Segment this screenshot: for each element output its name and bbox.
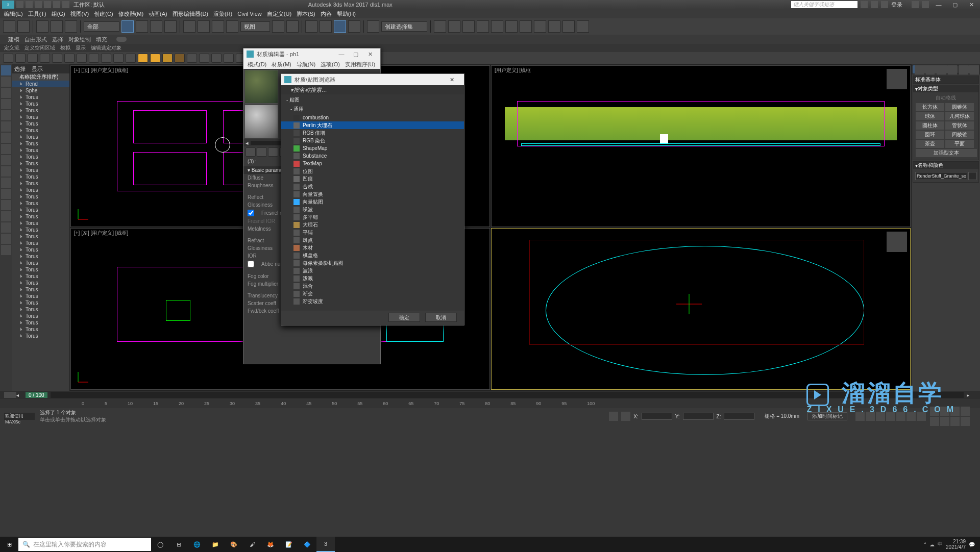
tray-date[interactable]: 2021/4/7 (946, 544, 966, 550)
scene-item[interactable]: Torus (12, 286, 69, 293)
timeline-next-icon[interactable]: ▸ (967, 392, 976, 398)
tray-chevron-icon[interactable]: ˄ (924, 542, 926, 547)
menu-graph[interactable]: 图形编辑器(D) (173, 10, 208, 18)
align-button[interactable] (448, 20, 460, 33)
scene-item[interactable]: Torus (12, 326, 69, 333)
select-region-button[interactable] (150, 20, 162, 33)
scene-item[interactable]: Torus (12, 266, 69, 273)
scene-item[interactable]: Torus (12, 246, 69, 253)
se-select-tab[interactable]: 选择 (14, 65, 26, 73)
menu-edit[interactable]: 编辑(E) (4, 10, 23, 18)
add-time-tag-button[interactable]: 添加时间标记 (807, 412, 847, 420)
ribbon-toggle-button[interactable] (477, 20, 489, 33)
browser-map-item[interactable]: 噪波 (281, 206, 464, 213)
tray-notification-icon[interactable]: 💬 (969, 542, 975, 547)
scene-item[interactable]: Torus (12, 240, 69, 246)
fov-icon[interactable] (961, 407, 970, 416)
material-slot-2[interactable] (244, 105, 278, 138)
light-spot-icon[interactable] (162, 54, 173, 63)
mat-menu-mode[interactable]: 模式(D) (248, 61, 266, 68)
mat-get-icon[interactable] (246, 147, 256, 157)
btn-sphere[interactable]: 球体 (916, 112, 944, 120)
app4-icon[interactable]: 🔷 (298, 537, 316, 552)
material-slot-1[interactable] (244, 70, 278, 104)
mirror-button[interactable] (434, 20, 446, 33)
se-search-icon[interactable] (1, 121, 11, 132)
se-view-icon[interactable] (1, 88, 11, 98)
link-button[interactable] (36, 20, 48, 33)
browser-map-item[interactable]: 平铺 (281, 229, 464, 236)
space-warp-icon[interactable] (211, 54, 222, 63)
btn-tube[interactable]: 管状体 (945, 121, 974, 130)
browser-map-item[interactable]: 位图 (281, 167, 464, 175)
se-display-tab[interactable]: 显示 (32, 65, 43, 73)
se-i6-icon[interactable] (1, 222, 11, 233)
se-i8-icon[interactable] (1, 245, 11, 255)
se-i4-icon[interactable] (1, 200, 11, 210)
ribbon-sub-idle[interactable]: 定义空闲区域 (24, 44, 55, 52)
viewport-front[interactable]: [用户定义] [线框 (491, 65, 911, 227)
scene-item[interactable]: Torus (12, 134, 69, 140)
minimize-button[interactable]: — (932, 1, 945, 8)
manipulate-button[interactable] (286, 20, 299, 33)
play-icon[interactable] (876, 412, 885, 421)
browser-close-button[interactable]: ✕ (443, 77, 461, 83)
scene-item[interactable]: Torus (12, 253, 69, 260)
helper-icon[interactable] (224, 54, 234, 63)
scene-item[interactable]: Torus (12, 140, 69, 147)
ribbon-sub-sim[interactable]: 模拟 (60, 44, 70, 52)
select-object-button[interactable] (121, 20, 134, 33)
browser-map-item[interactable]: combustion (281, 114, 464, 121)
scene-item[interactable]: Torus (12, 227, 69, 233)
help-search-input[interactable]: 键入关键字或短语 (791, 1, 857, 8)
scene-item[interactable]: Torus (12, 193, 69, 200)
mat-scroll-left[interactable]: ◂ (246, 140, 249, 146)
transform-abs-icon[interactable] (621, 412, 630, 421)
render-frame-button[interactable] (548, 20, 560, 33)
btn-cone[interactable]: 圆锥体 (945, 103, 974, 111)
edit-named-sel-button[interactable] (367, 20, 379, 33)
goto-start-icon[interactable] (855, 412, 865, 421)
primitive-type-dropdown[interactable]: 标准基本体 (913, 76, 978, 83)
scene-item[interactable]: Torus (12, 187, 69, 193)
browser-map-item[interactable]: 波浪 (281, 267, 464, 274)
redo-button[interactable] (17, 20, 30, 33)
se-i3-icon[interactable] (1, 189, 11, 199)
firefox-icon[interactable]: 🦊 (261, 537, 280, 552)
vp-circle-icon[interactable] (948, 65, 957, 74)
edge-icon[interactable]: 🌐 (188, 537, 206, 552)
browser-map-item[interactable]: Perlin 大理石 (281, 121, 464, 129)
se-sort-icon[interactable] (1, 110, 11, 120)
lock-icon[interactable] (609, 412, 618, 421)
scene-item[interactable]: Torus (12, 160, 69, 167)
se-type-icon[interactable] (1, 133, 11, 143)
object-name-field[interactable] (915, 172, 967, 180)
menu-tools[interactable]: 工具(T) (28, 10, 46, 18)
btn-cylinder[interactable]: 圆柱体 (916, 121, 944, 130)
scene-item[interactable]: Torus (12, 333, 69, 339)
btn-pyramid[interactable]: 四棱锥 (945, 131, 974, 139)
menu-create[interactable]: 创建(C) (94, 10, 113, 18)
zoom-icon[interactable] (940, 407, 949, 416)
scene-item[interactable]: Torus (12, 280, 69, 286)
scene-item[interactable]: Torus (12, 173, 69, 180)
browser-map-item[interactable]: 大理石 (281, 221, 464, 229)
mat-menu-material[interactable]: 材质(M) (272, 61, 291, 68)
snap-2d-button[interactable] (305, 20, 317, 33)
maximize-vp-icon[interactable] (940, 417, 949, 426)
login-link[interactable]: 登录 (891, 1, 902, 9)
object-type-rollout[interactable]: ▾ 对象类型 (913, 85, 978, 92)
snap-spinner-button[interactable] (348, 20, 360, 33)
mat-put-icon[interactable] (257, 147, 267, 157)
time-slider[interactable] (51, 392, 964, 398)
browser-cancel-button[interactable]: 取消 (425, 313, 457, 322)
browser-search-input[interactable]: ▾ 按名称搜索… (281, 85, 464, 94)
scene-item[interactable]: Torus (12, 200, 69, 207)
se-i5-icon[interactable] (1, 211, 11, 221)
snap-angle-button[interactable] (320, 20, 332, 33)
globe-icon[interactable] (861, 1, 868, 8)
fresnel-checkbox[interactable] (248, 210, 254, 216)
btn-textplus[interactable]: 加强型文本 (916, 149, 977, 157)
obj-path-icon[interactable] (89, 54, 99, 63)
taskbar-search-input[interactable]: 🔍 在这里输入你要搜索的内容 (18, 538, 151, 551)
